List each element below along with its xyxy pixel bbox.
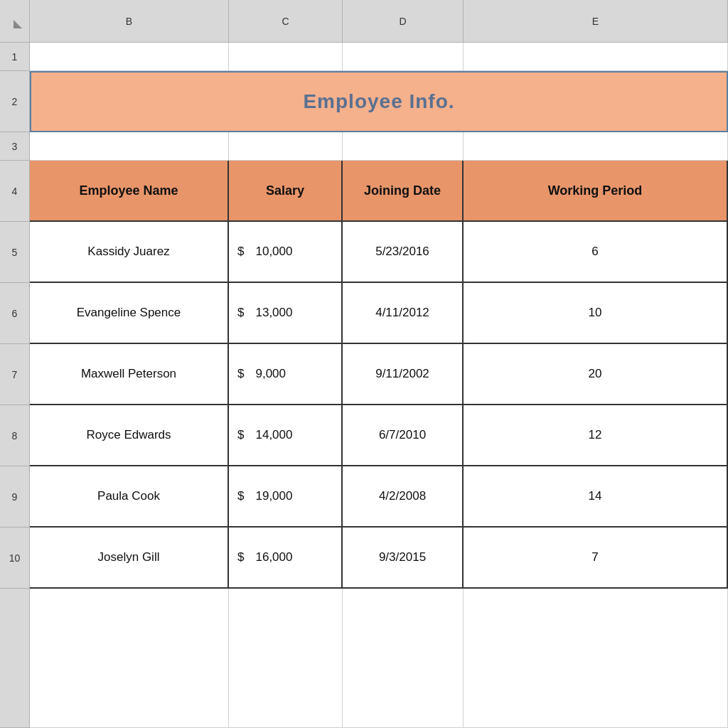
spreadsheet-title: Employee Info.	[303, 90, 454, 113]
cell-salary-2: $ 13,000	[229, 283, 343, 344]
dollar-icon-2: $	[237, 306, 244, 320]
cell-date-2: 4/11/2012	[343, 283, 464, 344]
cell-date-5: 4/2/2008	[343, 466, 464, 528]
table-row-6: Joselyn Gill $ 16,000 9/3/2015 7	[30, 528, 728, 589]
cell-period-3: 20	[464, 344, 728, 405]
cell-name-3: Maxwell Peterson	[30, 344, 229, 405]
cell-d3	[343, 132, 464, 161]
cell-date-4: 6/7/2010	[343, 405, 464, 466]
cell-salary-1: $ 10,000	[229, 222, 343, 283]
dollar-icon-3: $	[237, 367, 244, 381]
cell-salary-6: $ 16,000	[229, 528, 343, 589]
row-header-rest	[0, 589, 30, 728]
sheet-row-2: Employee Info.	[30, 71, 728, 132]
cell-b3	[30, 132, 229, 161]
cell-e3	[464, 132, 728, 161]
cell-e-rest	[464, 589, 728, 728]
header-joining-date: Joining Date	[343, 161, 464, 222]
cell-name-1: Kassidy Juarez	[30, 222, 229, 283]
table-row-3: Maxwell Peterson $ 9,000 9/11/2002 20	[30, 344, 728, 405]
row-header-4: 4	[0, 161, 30, 222]
cell-date-3: 9/11/2002	[343, 344, 464, 405]
corner-cell	[0, 0, 30, 43]
cell-name-5: Paula Cook	[30, 466, 229, 528]
row-header-6: 6	[0, 283, 30, 344]
row-header-1: 1	[0, 43, 30, 71]
row-header-3: 3	[0, 132, 30, 161]
row-header-2: 2	[0, 71, 30, 132]
sheet-content: Employee Info. Employee Name Salary	[30, 43, 728, 728]
cell-date-1: 5/23/2016	[343, 222, 464, 283]
cell-c-rest	[229, 589, 343, 728]
cell-salary-5: $ 19,000	[229, 466, 343, 528]
cell-b-rest	[30, 589, 229, 728]
col-header-c: C	[229, 0, 343, 42]
salary-amount-3: 9,000	[255, 367, 286, 381]
salary-amount-2: 13,000	[255, 306, 292, 320]
dollar-icon-4: $	[237, 428, 244, 442]
dollar-icon-6: $	[237, 550, 244, 564]
sheet-row-1	[30, 43, 728, 71]
cell-period-2: 10	[464, 283, 728, 344]
cell-name-6: Joselyn Gill	[30, 528, 229, 589]
spreadsheet: 1 2 3 4 5 6 7 8 9 10 B C D E	[0, 0, 728, 728]
cell-period-1: 6	[464, 222, 728, 283]
table-row-4: Royce Edwards $ 14,000 6/7/2010 12	[30, 405, 728, 466]
salary-amount-5: 19,000	[255, 489, 292, 503]
col-headers: B C D E	[30, 0, 728, 43]
row-header-10: 10	[0, 528, 30, 589]
table-row-5: Paula Cook $ 19,000 4/2/2008 14	[30, 466, 728, 528]
row-header-7: 7	[0, 344, 30, 405]
col-header-b: B	[30, 0, 229, 42]
cell-e1	[464, 43, 728, 71]
sheet-row-3	[30, 132, 728, 161]
cell-d1	[343, 43, 464, 71]
cell-salary-4: $ 14,000	[229, 405, 343, 466]
row-header-5: 5	[0, 222, 30, 283]
sheet-row-rest	[30, 589, 728, 728]
table-row-2: Evangeline Spence $ 13,000 4/11/2012 10	[30, 283, 728, 344]
header-employee-name: Employee Name	[30, 161, 229, 222]
cell-period-4: 12	[464, 405, 728, 466]
header-working-period: Working Period	[464, 161, 728, 222]
col-header-e: E	[464, 0, 728, 42]
cell-salary-3: $ 9,000	[229, 344, 343, 405]
dollar-icon-1: $	[237, 245, 244, 259]
table-header-row: Employee Name Salary Joining Date Workin…	[30, 161, 728, 222]
cell-c1	[229, 43, 343, 71]
header-salary: Salary	[229, 161, 343, 222]
row-header-8: 8	[0, 405, 30, 466]
salary-amount-1: 10,000	[255, 245, 292, 259]
cell-d-rest	[343, 589, 464, 728]
cell-c3	[229, 132, 343, 161]
row-headers: 1 2 3 4 5 6 7 8 9 10	[0, 0, 30, 728]
salary-amount-6: 16,000	[255, 550, 292, 564]
cell-period-6: 7	[464, 528, 728, 589]
main-area: B C D E Employee Info.	[30, 0, 728, 728]
cell-name-4: Royce Edwards	[30, 405, 229, 466]
col-header-d: D	[343, 0, 464, 42]
row-header-9: 9	[0, 466, 30, 528]
cell-period-5: 14	[464, 466, 728, 528]
table-row-1: Kassidy Juarez $ 10,000 5/23/2016 6	[30, 222, 728, 283]
cell-b1	[30, 43, 229, 71]
title-cell: Employee Info.	[30, 71, 728, 132]
dollar-icon-5: $	[237, 489, 244, 503]
corner-triangle-icon	[14, 20, 22, 28]
cell-date-6: 9/3/2015	[343, 528, 464, 589]
cell-name-2: Evangeline Spence	[30, 283, 229, 344]
salary-amount-4: 14,000	[255, 428, 292, 442]
